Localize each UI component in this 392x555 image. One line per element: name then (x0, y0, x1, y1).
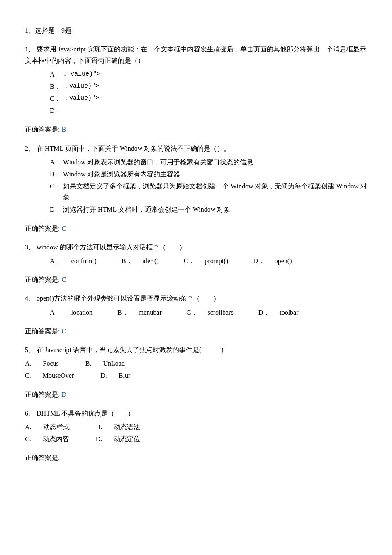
q1-option-c-label: C． (50, 93, 63, 104)
q5-text: 5、 在 Javascript 语言中，当元素失去了焦点时激发的事件是( ) (25, 344, 367, 355)
q4-answer-value: C (61, 328, 66, 335)
q5-body: 在 Javascript 语言中，当元素失去了焦点时激发的事件是( ) (37, 346, 224, 353)
q1-option-a-label: A． (50, 69, 63, 80)
q5-answer-label: 正确答案是: (25, 391, 60, 398)
q6-body: DHTML 不具备的优点是（ ） (37, 410, 134, 417)
q3-options: A．confirm() B．alert() C．prompt() D．open(… (50, 255, 367, 266)
q2-options: A． Window 对象表示浏览器的窗口，可用于检索有关窗口状态的信息 B． W… (50, 156, 367, 215)
q2-option-c: C． 如果文档定义了多个框架，浏览器只为原始文档创建一个 Window 对象，无… (50, 181, 367, 203)
q6-options: A.动态样式 B.动态语法 C.动态内容 D.动态定位 (25, 421, 367, 445)
question-6: 6、 DHTML 不具备的优点是（ ） A.动态样式 B.动态语法 C.动态内容… (25, 408, 367, 445)
q2-option-d-label: D． (50, 204, 63, 215)
q4-option-b-text: menubar (139, 307, 162, 318)
q3-option-a-text: confirm() (71, 255, 97, 266)
q6-answer-label: 正确答案是: (25, 454, 60, 461)
question-2: 2、 在 HTML 页面中，下面关于 Window 对象的说法不正确的是（）。 … (25, 143, 367, 215)
q5-number: 5、 (25, 346, 35, 353)
section-title: 1、选择题：9题 (25, 25, 367, 36)
q4-answer: 正确答案是: C (25, 325, 367, 337)
q1-answer-value: B (61, 126, 66, 133)
q3-text: 3、 window 的哪个方法可以显示输入对话框？（ ） (25, 242, 367, 253)
q4-option-b-label: B． (117, 307, 129, 318)
q4-option-c-text: scrollbars (207, 307, 233, 318)
q5-option-a-label: A. (25, 358, 32, 369)
q2-answer: 正确答案是: C (25, 223, 367, 234)
q6-text: 6、 DHTML 不具备的优点是（ ） (25, 408, 367, 419)
q6-number: 6、 (25, 410, 35, 417)
q5-option-d-text: Blur (119, 370, 130, 381)
question-1: 1、 要求用 JavaScript 实现下面的功能：在一个文本框中内容发生改变后… (25, 44, 367, 116)
q5-option-a-text: Focus (43, 358, 59, 369)
q2-body: 在 HTML 页面中，下面关于 Window 对象的说法不正确的是（）。 (37, 145, 230, 152)
q1-number: 1、 (25, 46, 35, 53)
q4-text: 4、 open()方法的哪个外观参数可以设置是否显示滚动条？（ ） (25, 293, 367, 304)
q2-option-b-label: B． (50, 169, 63, 180)
q4-option-d-label: D． (258, 307, 270, 318)
q4-option-d-text: toolbar (280, 307, 298, 318)
q3-inline-options: A．confirm() B．alert() C．prompt() D．open(… (50, 255, 367, 266)
q1-option-a-text: . value)"> (63, 69, 367, 80)
q3-option-b-label: B． (122, 255, 133, 266)
q6-option-d-label: D. (96, 433, 102, 445)
q3-answer-value: C (61, 276, 66, 283)
q5-answer: 正确答案是: D (25, 389, 367, 400)
q6-answer: 正确答案是: (25, 452, 367, 463)
q3-option-c-text: prompt() (205, 255, 228, 266)
q4-body: open()方法的哪个外观参数可以设置是否显示滚动条？（ ） (37, 295, 220, 302)
q5-option-b-text: UnLoad (103, 358, 124, 369)
q3-option-d-text: open() (275, 255, 292, 266)
q2-number: 2、 (25, 145, 35, 152)
q2-option-a: A． Window 对象表示浏览器的窗口，可用于检索有关窗口状态的信息 (50, 156, 367, 168)
q5-option-b-label: B. (85, 358, 92, 369)
question-4: 4、 open()方法的哪个外观参数可以设置是否显示滚动条？（ ） A．loca… (25, 293, 367, 318)
q6-option-a-label: A. (25, 421, 32, 433)
q1-answer: 正确答案是: B (25, 124, 367, 135)
q5-options: A.Focus B.UnLoad C.MouseOver D.Blur (25, 358, 367, 381)
q4-option-a-label: A． (50, 307, 61, 318)
q4-number: 4、 (25, 295, 35, 302)
q4-inline-options: A．location B．menubar C．scrollbars D．tool… (50, 307, 367, 318)
q2-option-d-text: 浏览器打开 HTML 文档时，通常会创建一个 Window 对象 (63, 204, 367, 215)
q2-option-c-text: 如果文档定义了多个框架，浏览器只为原始文档创建一个 Window 对象，无须为每… (63, 181, 367, 203)
q1-answer-label: 正确答案是: (25, 126, 60, 133)
q1-options: A． . value)"> B． ．value)"> C． ．value)"> … (50, 69, 367, 117)
q5-option-c-text: MouseOver (43, 370, 74, 381)
q6-option-b-label: B. (96, 421, 102, 433)
q2-text: 2、 在 HTML 页面中，下面关于 Window 对象的说法不正确的是（）。 (25, 143, 367, 154)
q4-option-c-label: C． (187, 307, 198, 318)
q6-option-c-label: C. (25, 433, 31, 445)
q1-option-c: C． ．value)"> (50, 93, 367, 104)
q2-option-a-label: A． (50, 156, 63, 168)
q4-options: A．location B．menubar C．scrollbars D．tool… (50, 307, 367, 318)
q1-option-c-text: ．value)"> (63, 93, 367, 104)
q5-option-c-label: C. (25, 370, 31, 381)
q1-option-d: D． (50, 105, 367, 116)
q5-options-row2: C.MouseOver D.Blur (25, 370, 367, 381)
q6-options-row2: C.动态内容 D.动态定位 (25, 433, 367, 445)
q3-option-b-text: alert() (143, 255, 159, 266)
q5-options-row1: A.Focus B.UnLoad (25, 358, 367, 369)
q1-option-b: B． ．value)"> (50, 81, 367, 92)
q1-option-b-label: B． (50, 81, 63, 92)
q2-option-a-text: Window 对象表示浏览器的窗口，可用于检索有关窗口状态的信息 (63, 156, 367, 168)
question-3: 3、 window 的哪个方法可以显示输入对话框？（ ） A．confirm()… (25, 242, 367, 266)
q3-option-c-label: C． (184, 255, 195, 266)
q6-option-c-text: 动态内容 (43, 433, 69, 445)
q3-answer-label: 正确答案是: (25, 276, 60, 283)
q5-option-d-label: D. (100, 370, 107, 381)
q5-answer-value: D (61, 391, 66, 398)
q3-answer: 正确答案是: C (25, 274, 367, 285)
q2-option-b-text: Window 对象是浏览器所有内容的主容器 (63, 169, 367, 180)
q1-option-b-text: ．value)"> (63, 81, 367, 92)
q6-option-b-text: 动态语法 (114, 421, 140, 433)
q2-answer-label: 正确答案是: (25, 225, 60, 232)
q1-option-a: A． . value)"> (50, 69, 367, 80)
q2-answer-value: C (61, 225, 66, 232)
q6-options-row1: A.动态样式 B.动态语法 (25, 421, 367, 433)
question-5: 5、 在 Javascript 语言中，当元素失去了焦点时激发的事件是( ) A… (25, 344, 367, 381)
q1-option-d-label: D． (50, 105, 63, 116)
q1-body: 要求用 JavaScript 实现下面的功能：在一个文本框中内容发生改变后，单击… (25, 46, 366, 64)
q1-text: 1、 要求用 JavaScript 实现下面的功能：在一个文本框中内容发生改变后… (25, 44, 367, 66)
q3-body: window 的哪个方法可以显示输入对话框？（ ） (37, 244, 186, 251)
q6-option-d-text: 动态定位 (114, 433, 140, 445)
